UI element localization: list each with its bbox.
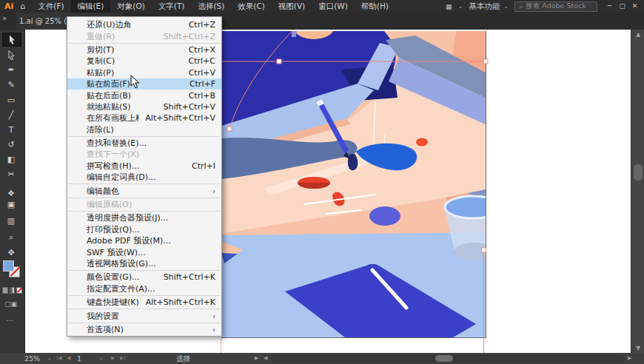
menu-item[interactable]: 在所有画板上粘贴(S)Alt+Shift+Ctrl+V: [67, 112, 221, 124]
horizontal-scrollbar[interactable]: [271, 354, 625, 363]
menubar-item[interactable]: 文字(T): [152, 0, 192, 13]
artboard-tool[interactable]: ▣: [2, 198, 20, 211]
menu-item-shortcut: Ctrl+X: [189, 45, 215, 55]
menu-item[interactable]: 清除(L): [67, 124, 221, 135]
direct-selection-tool[interactable]: [2, 49, 20, 61]
draw-mode-button[interactable]: ▢▣: [4, 300, 17, 308]
prev-artboard-button[interactable]: ◀: [67, 353, 70, 364]
next-artboard-button[interactable]: ▶: [111, 353, 115, 364]
stock-search-input[interactable]: ⌕ 搜索 Adobe Stock: [514, 1, 597, 12]
none-color-button[interactable]: [16, 287, 22, 294]
fill-color-swatch[interactable]: [3, 260, 14, 272]
first-artboard-button[interactable]: |◀: [56, 353, 62, 364]
menu-item-shortcut: Ctrl+F: [189, 79, 215, 89]
more-tools-button[interactable]: …: [6, 314, 14, 323]
rotate-tool[interactable]: ↺: [2, 138, 20, 151]
vertical-scrollbar[interactable]: ▲ ▼: [631, 30, 644, 353]
scissors-tool[interactable]: ✂: [2, 168, 20, 181]
menu-item[interactable]: Adobe PDF 预设(M)...: [67, 235, 221, 246]
menu-item-label: 键盘快捷键(K)...: [87, 297, 140, 308]
artboard-artwork[interactable]: [221, 31, 486, 338]
menu-item-label: 重做(R): [87, 31, 157, 42]
menu-item-label: 贴在前面(F): [87, 78, 184, 90]
menu-item[interactable]: 查找下一个(X): [67, 149, 221, 160]
menu-item[interactable]: 编辑原稿(O): [67, 199, 221, 210]
menu-item[interactable]: 还原(U)边角Ctrl+Z: [67, 19, 221, 30]
workspace-grid-icon[interactable]: ▦: [446, 3, 452, 10]
menu-separator: [67, 197, 221, 199]
menubar-item[interactable]: 效果(C): [231, 0, 272, 13]
menu-item[interactable]: 查找和替换(E)...: [67, 138, 221, 149]
last-artboard-button[interactable]: ▶|: [120, 353, 126, 364]
menu-item[interactable]: 剪切(T)Ctrl+X: [67, 44, 221, 55]
menu-item[interactable]: 贴在后面(B)Ctrl+B: [67, 90, 221, 101]
fill-stroke-swatches[interactable]: [3, 260, 21, 280]
menu-item-shortcut: Ctrl+B: [189, 91, 215, 101]
menu-item[interactable]: 就地粘贴(S)Shift+Ctrl+V: [67, 101, 221, 112]
menu-item[interactable]: 编辑自定词典(D)...: [67, 172, 221, 183]
menu-item-shortcut: Ctrl+C: [189, 56, 215, 66]
minimize-button[interactable]: ─: [603, 0, 616, 13]
menu-item[interactable]: 透视网格预设(G)...: [67, 258, 221, 269]
menu-item[interactable]: 贴在前面(F)Ctrl+F: [67, 78, 221, 90]
menubar-item[interactable]: 选择(S): [191, 0, 231, 13]
scroll-right-icon[interactable]: ▶: [255, 353, 258, 364]
scroll-right-end-icon[interactable]: ▶: [628, 353, 631, 364]
gradient-button[interactable]: [10, 287, 16, 294]
illustrator-logo-icon[interactable]: Ai: [0, 1, 19, 11]
menu-item[interactable]: 键盘快捷键(K)...Alt+Shift+Ctrl+K: [67, 297, 221, 308]
menu-item[interactable]: 指定配置文件(A)...: [67, 283, 221, 294]
chevron-down-icon: ⌄: [503, 3, 509, 10]
hand-tool[interactable]: ✥: [2, 246, 20, 259]
menu-item[interactable]: 颜色设置(G)...Shift+Ctrl+K: [67, 272, 221, 283]
menu-item[interactable]: 粘贴(P)Ctrl+V: [67, 67, 221, 78]
workspace-switcher[interactable]: 基本功能 ⌄: [469, 1, 509, 12]
menu-item-label: 剪切(T): [87, 44, 183, 55]
menu-item[interactable]: 拼写检查(H)...Ctrl+I: [67, 161, 221, 172]
color-button[interactable]: [2, 287, 8, 294]
maximize-button[interactable]: ▢: [616, 0, 628, 13]
menu-item[interactable]: 打印预设(Q)...: [67, 224, 221, 235]
curvature-tool[interactable]: ✎: [2, 78, 20, 91]
rectangle-tool[interactable]: ▭: [2, 94, 20, 107]
graph-tool[interactable]: ▥: [2, 215, 20, 227]
menu-item-label: 首选项(N): [87, 324, 207, 335]
menu-item[interactable]: 我的设置›: [67, 310, 221, 321]
scroll-down-icon[interactable]: ▼: [631, 345, 644, 351]
menu-item[interactable]: 编辑颜色›: [67, 185, 221, 196]
menubar-item[interactable]: 视图(V): [272, 0, 312, 13]
menu-item-label: 查找下一个(X): [87, 149, 215, 160]
menubar-item[interactable]: 窗口(W): [312, 0, 355, 13]
menubar-item[interactable]: 帮助(H): [355, 0, 395, 13]
home-icon[interactable]: ⌂: [19, 1, 31, 11]
menu-item[interactable]: 首选项(N)›: [67, 324, 221, 335]
workspace-chevron-icon[interactable]: ⌄: [458, 3, 463, 10]
menu-item-shortcut: Shift+Ctrl+V: [163, 102, 215, 112]
zoom-tool[interactable]: ⌕: [2, 231, 20, 243]
scroll-left-icon[interactable]: ◀: [264, 353, 267, 364]
menubar-item[interactable]: 编辑(E): [71, 0, 111, 13]
artboard-number-field[interactable]: 1: [77, 353, 81, 364]
close-button[interactable]: ✕: [628, 0, 641, 13]
vertical-scroll-thumb[interactable]: [634, 164, 643, 181]
menu-item[interactable]: 复制(C)Ctrl+C: [67, 55, 221, 67]
eraser-tool[interactable]: ◧: [2, 153, 20, 166]
menu-item[interactable]: 重做(R)Shift+Ctrl+Z: [67, 30, 221, 41]
line-segment-tool[interactable]: ╱: [2, 109, 20, 121]
toolbar-collapse-icon[interactable]: »: [2, 14, 7, 22]
scroll-up-icon[interactable]: ▲: [631, 31, 644, 38]
selection-tool[interactable]: [2, 33, 21, 47]
menu-separator: [67, 322, 221, 324]
type-tool[interactable]: T: [2, 124, 20, 136]
artboard-chevron-icon[interactable]: ⌄: [99, 353, 104, 364]
menubar-item[interactable]: 对象(O): [110, 0, 151, 13]
menubar-item[interactable]: 文件(F): [31, 0, 70, 13]
pen-tool[interactable]: ✒: [2, 64, 20, 76]
menu-separator: [67, 294, 221, 297]
menu-item-shortcut: Ctrl+Z: [189, 20, 215, 30]
menu-item[interactable]: 透明度拼合器预设(J)...: [67, 212, 221, 223]
zoom-level-value[interactable]: 25%: [24, 353, 40, 364]
zoom-chevron-icon[interactable]: ⌄: [47, 353, 52, 364]
menu-item[interactable]: SWF 预设(W)...: [67, 246, 221, 257]
horizontal-scroll-thumb[interactable]: [435, 355, 453, 362]
